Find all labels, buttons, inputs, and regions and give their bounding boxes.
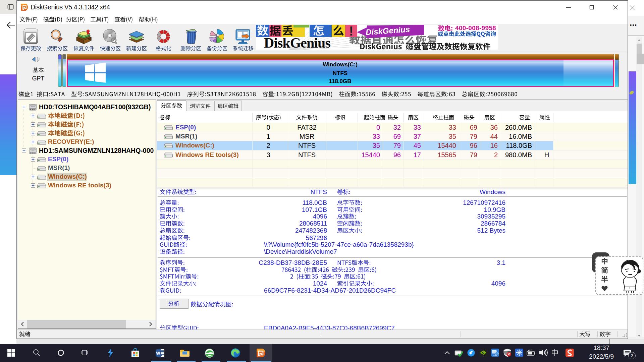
svg-text:intel: intel [493, 354, 497, 356]
svg-text:W: W [156, 351, 160, 356]
